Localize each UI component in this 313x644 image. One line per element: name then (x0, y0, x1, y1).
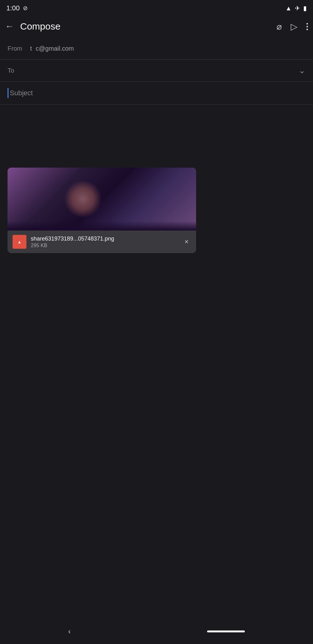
send-button[interactable]: ▷ (291, 21, 298, 32)
status-right: ▲ ✈ ▮ (285, 4, 307, 12)
airplane-icon: ✈ (295, 4, 300, 12)
toolbar-actions: ⌀ ▷ (277, 21, 308, 32)
more-button[interactable] (306, 23, 308, 30)
compose-body[interactable] (0, 105, 313, 161)
from-email: c@gmail.com (36, 45, 74, 52)
attachment-container: share631973189...05748371.png 295 KB × (8, 168, 196, 253)
to-field[interactable]: To ⌄ (0, 60, 313, 82)
attachment-info: share631973189...05748371.png 295 KB × (8, 230, 196, 253)
nav-home-pill[interactable] (207, 630, 245, 632)
wifi-icon: ▲ (285, 5, 292, 12)
from-value: t c@gmail.com (30, 45, 305, 52)
subject-placeholder: Subject (10, 89, 33, 97)
subject-field[interactable]: Subject (0, 82, 313, 105)
status-bar: 1:00 ⊘ ▲ ✈ ▮ (0, 0, 313, 15)
to-label: To (8, 67, 30, 74)
status-left: 1:00 ⊘ (6, 4, 28, 12)
text-cursor (8, 88, 8, 98)
battery-icon: ▮ (303, 4, 307, 12)
attachment-remove-button[interactable]: × (182, 235, 191, 248)
from-field: From t c@gmail.com (0, 38, 313, 60)
attach-button[interactable]: ⌀ (277, 21, 282, 32)
back-button[interactable]: ← (5, 21, 14, 31)
attachment-thumbnail (13, 235, 26, 249)
from-label: From (8, 45, 30, 52)
notification-icon: ⊘ (23, 5, 28, 12)
toolbar: ← Compose ⌀ ▷ (0, 15, 313, 38)
nav-back-button[interactable]: ‹ (68, 627, 71, 636)
attachment-size: 295 KB (31, 243, 182, 248)
attachment-preview (8, 168, 196, 230)
bottom-nav: ‹ (0, 621, 313, 644)
attachment-filename: share631973189...05748371.png (31, 236, 182, 242)
chevron-down-icon[interactable]: ⌄ (299, 66, 305, 75)
page-title: Compose (20, 21, 277, 32)
from-initial: t (30, 45, 32, 52)
attachment-details: share631973189...05748371.png 295 KB (31, 236, 182, 248)
status-time: 1:00 (6, 4, 20, 12)
